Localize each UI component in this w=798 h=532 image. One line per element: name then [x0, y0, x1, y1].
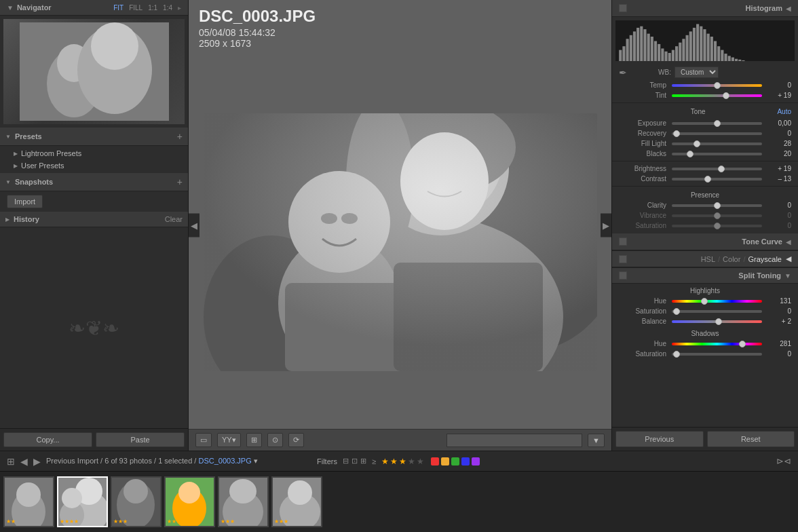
filter-icon-1[interactable]: ⊟	[343, 457, 349, 466]
shadow-sat-value: 0	[767, 350, 791, 358]
filmstrip-toggle-left[interactable]: ⊳	[776, 456, 784, 466]
eyedropper-icon[interactable]: ✒	[619, 67, 627, 78]
right-panel-toggle[interactable]: ▶	[601, 214, 611, 238]
copy-button[interactable]: Copy...	[3, 432, 92, 447]
grid-view-btn[interactable]: ⊞	[7, 456, 15, 467]
tone-auto-button[interactable]: Auto	[777, 108, 791, 115]
nav-fit[interactable]: FIT	[113, 4, 124, 12]
hl-sat-slider[interactable]	[672, 310, 762, 313]
flag-red[interactable]	[431, 457, 439, 466]
histogram-header: Histogram ◀	[612, 0, 798, 17]
previous-button[interactable]: Previous	[615, 431, 704, 447]
shadow-hue-slider[interactable]	[672, 343, 762, 345]
current-filename[interactable]: DSC_0003.JPG	[198, 457, 251, 465]
balance-slider[interactable]	[672, 320, 762, 323]
nav-fill[interactable]: FILL	[129, 4, 142, 12]
filmstrip-toggle-right[interactable]: ⊲	[784, 456, 791, 466]
vibrance-slider[interactable]	[672, 214, 762, 217]
flag-yellow[interactable]	[441, 457, 449, 466]
filmstrip-thumb-5[interactable]: ★ ★ ★	[218, 476, 269, 527]
tone-curve-arrow[interactable]: ◀	[786, 238, 791, 246]
filter-icon-3[interactable]: ⊞	[360, 457, 366, 466]
paste-button[interactable]: Paste	[96, 432, 185, 447]
thumb-stars-2: ★ ★ ★ ★	[60, 518, 79, 525]
nav-1to1[interactable]: 1:1	[148, 4, 157, 12]
exposure-value: 0,00	[767, 119, 791, 127]
history-header[interactable]: ▶ History Clear	[0, 212, 188, 227]
filmstrip-thumb-4[interactable]: ★ ★ ★	[164, 476, 215, 527]
filmstrip-thumb-1[interactable]: ★ ★	[3, 476, 54, 527]
star-5[interactable]: ★	[417, 457, 424, 466]
flag-blue[interactable]	[461, 457, 470, 466]
clarity-slider[interactable]	[672, 204, 762, 207]
history-triangle: ▶	[5, 216, 10, 223]
flag-purple[interactable]	[472, 457, 480, 466]
presets-title: Presets	[15, 132, 177, 140]
circle-tool[interactable]: ⊙	[267, 433, 283, 447]
hl-hue-slider[interactable]	[672, 300, 762, 303]
crop-tool[interactable]: ▭	[195, 433, 212, 447]
image-container	[204, 113, 597, 371]
filmstrip-thumb-6[interactable]: ★ ★ ★	[271, 476, 322, 527]
color-label-tool[interactable]: YY▾	[217, 433, 241, 447]
color-tab[interactable]: Color	[723, 255, 740, 263]
filter-dropdown[interactable]: ▼	[588, 434, 605, 447]
filter-search-input[interactable]	[446, 434, 582, 447]
temp-label: Temp	[619, 81, 666, 89]
contrast-value: – 13	[767, 175, 791, 183]
right-panel-scroll[interactable]: ✒ WB: Custom Temp 0 Tint	[612, 17, 798, 427]
svg-rect-29	[636, 28, 639, 61]
filmstrip-thumb-3[interactable]: ★ ★ ★	[111, 476, 162, 527]
tint-slider[interactable]	[672, 94, 762, 97]
center-toolbar: ▭ YY▾ ⊞ ⊙ ⟳ ▼	[189, 429, 611, 451]
snapshots-header[interactable]: ▼ Snapshots +	[0, 173, 188, 191]
split-toning-title: Split Toning	[630, 271, 781, 280]
history-clear[interactable]: Clear	[165, 215, 183, 223]
brightness-slider[interactable]	[672, 168, 762, 170]
svg-rect-24	[619, 50, 622, 61]
recovery-slider[interactable]	[672, 132, 762, 135]
fill-light-slider[interactable]	[672, 142, 762, 145]
blacks-slider[interactable]	[672, 153, 762, 155]
retouch-tool[interactable]: ⟳	[288, 433, 304, 447]
flag-green[interactable]	[451, 457, 459, 466]
lightroom-presets-item[interactable]: ▶ Lightroom Presets	[0, 147, 188, 159]
next-nav-btn[interactable]: ▶	[33, 456, 41, 467]
snapshots-add[interactable]: +	[177, 176, 183, 187]
wb-dropdown[interactable]: Custom	[674, 66, 719, 78]
filename-dropdown[interactable]: ▾	[254, 457, 258, 465]
contrast-slider[interactable]	[672, 178, 762, 180]
temp-slider[interactable]	[672, 84, 762, 87]
reset-button[interactable]: Reset	[707, 431, 795, 447]
svg-rect-34	[654, 41, 657, 61]
split-toning-arrow[interactable]: ▼	[784, 272, 791, 280]
user-presets-item[interactable]: ▶ User Presets	[0, 159, 188, 172]
presence-label: Presence	[612, 189, 798, 200]
shadow-sat-slider[interactable]	[672, 353, 762, 356]
bottom-bar: ⊞ ◀ ▶ Previous Import / 6 of 93 photos /…	[0, 451, 798, 471]
svg-point-62	[16, 482, 41, 507]
svg-point-67	[62, 488, 82, 508]
left-panel-toggle[interactable]: ◀	[189, 214, 200, 238]
exposure-label: Exposure	[619, 119, 666, 127]
filter-icon-2[interactable]: ⊡	[352, 457, 358, 466]
saturation-basic-slider[interactable]	[672, 225, 762, 227]
crop-overlay-tool[interactable]: ⊞	[246, 433, 262, 447]
nav-1to4[interactable]: 1:4	[163, 4, 172, 12]
star-3[interactable]: ★	[399, 457, 406, 466]
hsl-tab[interactable]: HSL	[701, 255, 715, 263]
presets-add[interactable]: +	[177, 131, 183, 142]
star-1[interactable]: ★	[381, 457, 389, 466]
star-2[interactable]: ★	[390, 457, 398, 466]
thumb-star-2-4: ★	[74, 518, 79, 525]
filmstrip-thumb-2[interactable]: ★ ★ ★ ★	[57, 476, 108, 527]
star-4[interactable]: ★	[408, 457, 415, 466]
fill-light-value: 28	[767, 140, 791, 147]
import-button[interactable]: Import	[7, 195, 43, 208]
presets-header[interactable]: ▼ Presets +	[0, 128, 188, 146]
prev-nav-btn[interactable]: ◀	[20, 456, 28, 467]
grayscale-tab[interactable]: Grayscale	[748, 255, 782, 263]
svg-rect-54	[724, 54, 727, 61]
exposure-slider[interactable]	[672, 122, 762, 125]
svg-rect-39	[672, 50, 674, 61]
